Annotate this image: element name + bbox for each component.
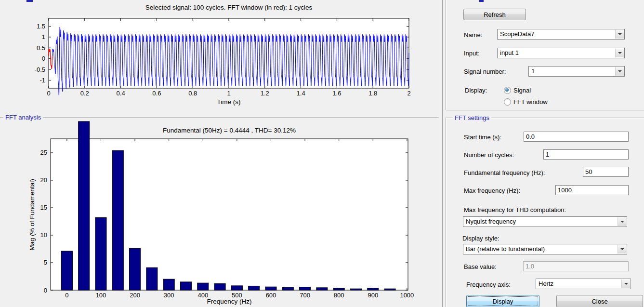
signal-plot-title: Selected signal: 100 cycles. FFT window … [49,4,409,11]
fft-analysis-group-label: FFT analysis [3,114,43,121]
max-frequency-thd-combobox-value: Nyquist frequency [466,217,617,227]
selected-signal-plot: 00.20.40.60.811.21.41.61.82-1-0.500.511.… [0,0,441,111]
start-time-label: Start time (s): [464,133,501,141]
svg-text:5: 5 [44,259,47,266]
svg-text:1.6: 1.6 [332,90,341,97]
max-frequency-thd-label: Max frequency for THD computation: [464,206,566,214]
svg-text:0.4: 0.4 [117,90,125,97]
svg-text:-1: -1 [39,77,45,84]
display-style-combobox[interactable]: Bar (relative to fundamental) [463,244,627,254]
close-button[interactable]: Close [556,295,643,307]
svg-text:1: 1 [42,33,45,40]
fft-plot-title: Fundamental (50Hz) = 0.4444 , THD= 30.12… [51,127,408,134]
fft-analysis-group-line-highlight [0,118,439,118]
svg-text:15: 15 [40,204,47,211]
panel-divider-highlight [443,0,443,307]
display-fft-window-radio[interactable] [504,98,511,106]
chevron-down-icon [615,49,624,57]
max-frequency-label: Max frequency (Hz): [464,187,520,194]
signal-plot-xlabel: Time (s) [49,98,409,106]
fft-plot-ylabel: Mag (% of Fundamental) [28,143,36,287]
name-label: Name: [464,31,482,39]
svg-text:0.6: 0.6 [152,90,161,97]
chevron-down-icon [621,280,630,288]
refresh-button[interactable]: Refresh [463,9,526,20]
svg-text:20: 20 [40,176,47,184]
svg-text:10: 10 [40,231,47,239]
display-button[interactable]: Display [466,295,539,307]
display-style-combobox-value: Bar (relative to fundamental) [466,244,617,254]
number-of-cycles-label: Number of cycles: [464,151,514,159]
chevron-down-icon [618,217,626,226]
svg-text:25: 25 [40,149,47,156]
base-value-label: Base value: [464,263,497,270]
signal-number-combobox[interactable]: 1 [528,66,625,77]
signal-number-label: Signal number: [464,68,506,75]
display-signal-radio-label: Signal [513,87,531,94]
svg-text:0.5: 0.5 [37,44,45,52]
display-signal-radio[interactable] [504,87,511,94]
fft-settings-group-label: FFT settings [453,114,491,121]
svg-text:0: 0 [44,287,47,294]
max-frequency-input[interactable] [555,185,629,195]
svg-text:1.8: 1.8 [368,90,377,97]
powergui-fft-analysis-window: 00.20.40.60.811.21.41.61.82-1-0.500.511.… [0,0,644,307]
display-style-label: Display style: [462,235,499,242]
fft-plot-xlabel: Frequency (Hz) [51,298,408,305]
fundamental-frequency-label: Fundamental frequency (Hz): [464,169,545,176]
svg-text:0: 0 [47,90,50,97]
base-value-input [523,261,629,271]
svg-text:0.8: 0.8 [188,90,197,97]
fundamental-frequency-input[interactable] [583,167,629,177]
fft-harmonics-plot: 0100200300400500600700800900100005101520… [0,111,441,307]
input-label: Input: [464,50,480,57]
chevron-down-icon [615,30,624,39]
svg-text:2: 2 [407,90,410,97]
display-fft-window-radio-label: FFT window [513,98,548,106]
name-combobox[interactable]: ScopeData7 [497,29,625,40]
frequency-axis-combobox[interactable]: Hertz [536,279,631,289]
svg-text:1.5: 1.5 [37,23,45,30]
frequency-axis-label: Frequency axis: [466,281,511,288]
frequency-axis-combobox-value: Hertz [539,279,621,289]
signal-number-combobox-value: 1 [531,67,615,76]
name-combobox-value: ScopeData7 [500,29,615,39]
display-label: Display: [465,87,487,94]
start-time-input[interactable] [524,132,629,142]
input-combobox-value: input 1 [500,48,615,58]
svg-text:0.2: 0.2 [80,90,89,97]
chevron-down-icon [618,245,626,254]
number-of-cycles-input[interactable] [543,149,629,160]
svg-text:1.4: 1.4 [297,90,305,97]
svg-text:0: 0 [42,55,45,62]
svg-text:-0.5: -0.5 [35,66,45,73]
chevron-down-icon [615,67,624,76]
input-combobox[interactable]: input 1 [497,48,625,58]
svg-text:1: 1 [227,90,230,97]
max-frequency-thd-combobox[interactable]: Nyquist frequency [463,216,627,227]
svg-text:1.2: 1.2 [261,90,269,97]
